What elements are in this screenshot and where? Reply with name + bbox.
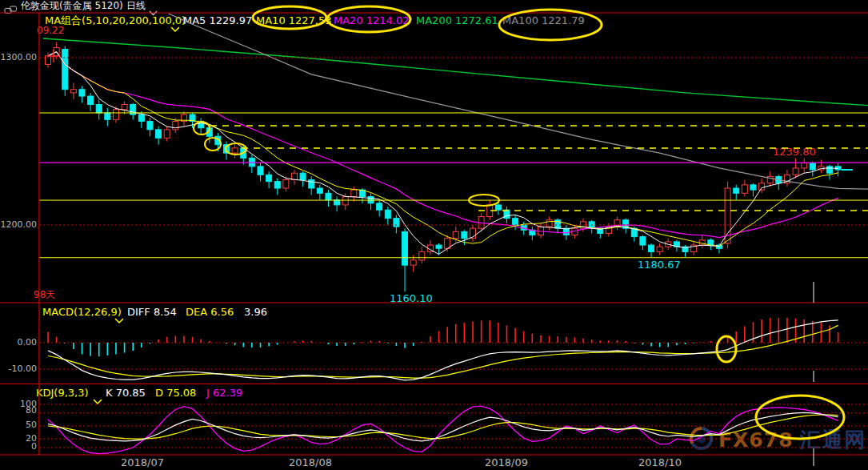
chart-canvas[interactable]	[0, 0, 868, 470]
trading-app-window: 伦敦金现(贵金属 5120) 日线 MA组合(5,10,20,200,100,0…	[0, 0, 868, 470]
